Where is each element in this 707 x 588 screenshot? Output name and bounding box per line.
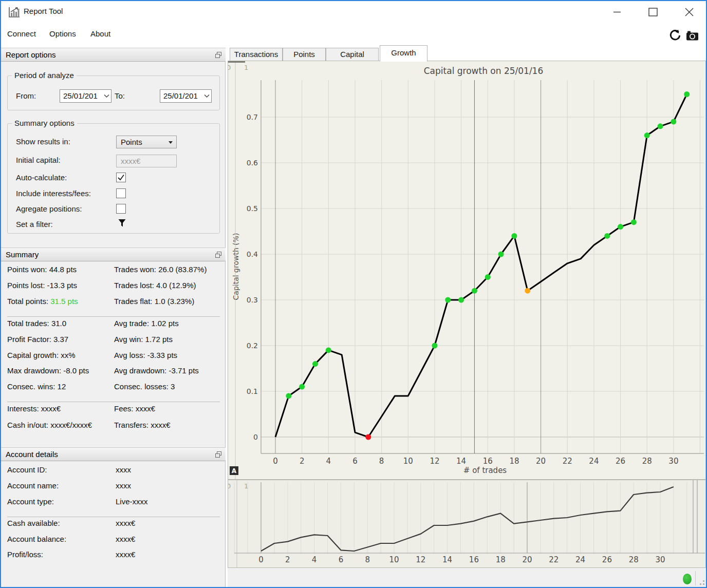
aggregate-positions-checkbox[interactable] — [116, 204, 126, 214]
account-row: Account name:xxxx — [7, 481, 220, 494]
chart-text: 1 — [244, 64, 248, 71]
report-tabs: TransactionsPointsCapitalGrowth — [228, 45, 706, 61]
chart-text: 24 — [589, 457, 599, 466]
trade-marker-win — [604, 233, 610, 239]
dropdown-arrow-icon — [169, 141, 173, 144]
stat-value: 31.5 pts — [50, 297, 78, 306]
summary-row: Cash in/out: xxxx€/xxxx€Transfers: xxxx€ — [7, 421, 220, 433]
status-separator — [695, 571, 696, 585]
chart-text: 20 — [522, 555, 532, 564]
summary-stat-left: Points won: 44.8 pts — [7, 265, 77, 274]
summary-options-group: Summary options Show results in: Points … — [7, 123, 220, 234]
tab-growth[interactable]: Growth — [380, 45, 427, 62]
undock-icon[interactable] — [215, 252, 221, 258]
summary-row: Points won: 44.8 ptsTrades won: 26.0 (83… — [7, 265, 220, 277]
summary-row: Max drawdown: -8.0 ptsAvg drawdown: -3.7… — [7, 366, 220, 378]
maximize-icon — [648, 8, 658, 16]
account-field-value: xxxx€ — [116, 519, 135, 527]
summary-stat-left: Capital growth: xx% — [7, 351, 76, 359]
scroll-thumb[interactable] — [228, 61, 245, 63]
chart-text: 0 — [228, 64, 231, 71]
auto-calculate-checkbox[interactable] — [116, 173, 126, 182]
to-date-select[interactable]: 25/01/201 — [160, 89, 212, 103]
resize-grip[interactable] — [698, 578, 705, 585]
chart-text: 24 — [575, 555, 585, 564]
app-window: Report Tool ConnectOptionsAbout — [0, 0, 707, 588]
capital-growth-line — [275, 94, 687, 438]
title-bar: Report Tool — [1, 1, 706, 23]
chart-text: 0.5 — [247, 204, 258, 213]
chart-text: 0.4 — [247, 250, 258, 258]
from-date-value: 25/01/201 — [63, 91, 98, 100]
summary-stat-right: Trades won: 26.0 (83.87%) — [114, 265, 207, 274]
undock-icon[interactable] — [215, 451, 221, 458]
to-label: To: — [115, 91, 125, 100]
capital-growth-plot[interactable]: 02468101214161820222426283000.10.20.30.4… — [228, 61, 705, 479]
tab-transactions[interactable]: Transactions — [230, 48, 283, 61]
summary-stat-right: Transfers: xxxx€ — [114, 421, 170, 429]
tab-points[interactable]: Points — [283, 48, 326, 61]
summary-stats: Points won: 44.8 ptsTrades won: 26.0 (83… — [7, 265, 220, 445]
account-field-value: xxxx€ — [116, 550, 135, 559]
chart-text: 12 — [416, 555, 425, 564]
menu-connect[interactable]: Connect — [5, 28, 38, 39]
chart-text: 0.1 — [247, 387, 258, 395]
chart-text: 14 — [442, 555, 452, 564]
account-field-label: Cash available: — [7, 519, 60, 527]
account-field-value: xxxx — [116, 481, 131, 490]
period-of-analyze-group: Period of analyze From: 25/01/201 To: 25… — [7, 75, 220, 110]
account-field-value: xxxx — [116, 465, 131, 474]
undock-icon[interactable] — [215, 52, 221, 58]
overview-plot[interactable]: 02468101214161820222426283001 — [228, 480, 705, 567]
menu-about[interactable]: About — [88, 28, 113, 39]
close-button[interactable] — [677, 3, 701, 21]
chart-text: 26 — [616, 457, 625, 466]
chart-text: 28 — [629, 555, 639, 564]
status-bar — [228, 568, 706, 587]
summary-row: Profit Factor: 3.37Avg win: 1.72 pts — [7, 335, 220, 347]
include-fees-checkbox[interactable] — [116, 188, 126, 198]
refresh-button[interactable] — [669, 29, 681, 42]
chart-text: 18 — [496, 555, 506, 564]
account-row: Account type:Live-xxxx — [7, 497, 220, 509]
minimize-button[interactable] — [605, 3, 629, 21]
account-details-title: Account details — [6, 450, 58, 459]
show-results-select[interactable]: Points — [116, 136, 177, 148]
chart-text: 16 — [483, 457, 493, 466]
chart-text: 4 — [312, 555, 317, 564]
close-icon — [685, 8, 694, 16]
summary-stat-left: Interests: xxxx€ — [7, 404, 61, 413]
summary-stat-left: Consec. wins: 12 — [7, 382, 66, 391]
summary-stat-right: Consec. losses: 3 — [114, 382, 175, 391]
summary-row: Capital growth: xx%Avg loss: -3.33 pts — [7, 351, 220, 363]
chart-text: 26 — [602, 555, 612, 564]
chevron-down-icon — [104, 94, 109, 98]
trade-marker-win — [631, 219, 637, 225]
summary-stat-left: Total trades: 31.0 — [7, 319, 66, 328]
account-row: Account balance:xxxx€ — [7, 535, 220, 547]
to-date-value: 25/01/201 — [163, 91, 198, 100]
maximize-button[interactable] — [641, 3, 665, 21]
chart-text: 8 — [365, 555, 370, 564]
account-field-label: Account name: — [7, 481, 59, 490]
trade-marker-win — [511, 233, 517, 239]
tab-capital[interactable]: Capital — [326, 48, 379, 61]
camera-icon — [686, 31, 699, 41]
menu-bar: ConnectOptionsAbout — [1, 23, 706, 45]
chart-text: 22 — [549, 555, 559, 564]
filter-button[interactable] — [117, 218, 127, 228]
overview-chart-panel[interactable]: 02468101214161820222426283001 — [228, 480, 706, 568]
connection-led — [683, 574, 692, 584]
checkmark-icon — [117, 173, 125, 182]
divider — [7, 316, 220, 317]
initial-capital-input[interactable]: xxxx€ — [116, 155, 177, 167]
trade-marker-win — [458, 297, 464, 303]
from-date-select[interactable]: 25/01/201 — [60, 89, 111, 103]
chart-text: # of trades — [463, 466, 507, 475]
capital-growth-chart-panel[interactable]: 02468101214161820222426283000.10.20.30.4… — [228, 61, 706, 480]
summary-stat-right: Avg loss: -3.33 pts — [114, 351, 177, 359]
trade-marker-win — [299, 384, 305, 390]
screenshot-button[interactable] — [686, 31, 699, 41]
menu-options[interactable]: Options — [47, 28, 78, 39]
summary-stat-right: Trades lost: 4.0 (12.9%) — [114, 281, 196, 290]
